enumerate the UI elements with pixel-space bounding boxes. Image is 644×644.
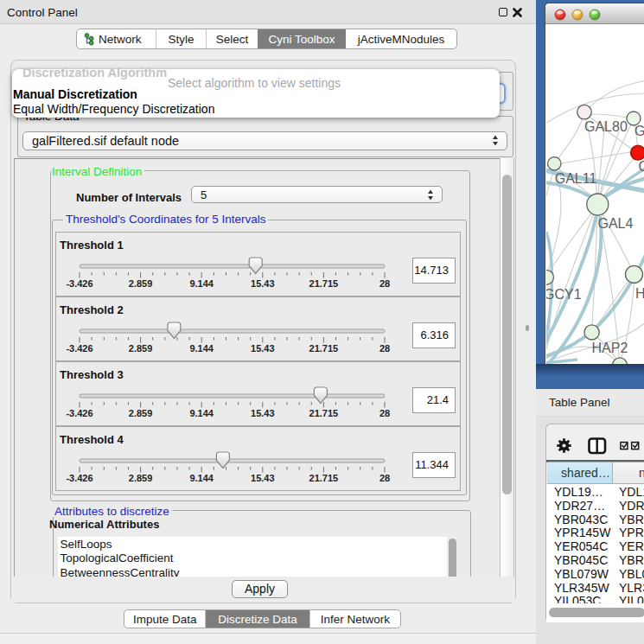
- svg-text:2.859: 2.859: [129, 343, 153, 354]
- svg-text:2.859: 2.859: [129, 408, 153, 418]
- svg-text:15.43: 15.43: [251, 473, 275, 483]
- svg-text:-3.426: -3.426: [66, 343, 92, 354]
- svg-text:CA: CA: [639, 159, 644, 174]
- svg-text:21.715: 21.715: [309, 473, 339, 483]
- svg-text:GAL11: GAL11: [555, 171, 597, 186]
- svg-text:15.43: 15.43: [251, 278, 275, 289]
- svg-text:GAL4: GAL4: [598, 216, 634, 231]
- svg-text:28: 28: [379, 343, 390, 354]
- svg-text:28: 28: [379, 278, 390, 289]
- svg-text:28: 28: [379, 473, 390, 483]
- svg-text:2.859: 2.859: [129, 473, 153, 483]
- svg-text:-3.426: -3.426: [66, 278, 92, 289]
- svg-text:9.144: 9.144: [189, 278, 214, 289]
- svg-text:HAP2: HAP2: [592, 341, 628, 355]
- svg-text:9.144: 9.144: [189, 473, 214, 483]
- svg-text:-3.426: -3.426: [66, 473, 92, 483]
- svg-text:9.144: 9.144: [189, 343, 214, 354]
- svg-text:21.715: 21.715: [309, 408, 339, 418]
- svg-text:GCY1: GCY1: [546, 287, 582, 302]
- svg-text:GAL7: GAL7: [634, 124, 644, 138]
- svg-text:HIS4: HIS4: [635, 286, 644, 301]
- svg-text:15.43: 15.43: [251, 343, 275, 354]
- svg-text:28: 28: [379, 408, 390, 418]
- svg-text:21.715: 21.715: [309, 278, 339, 289]
- svg-text:15.43: 15.43: [251, 408, 275, 418]
- svg-text:21.715: 21.715: [309, 343, 339, 354]
- svg-text:GAL80: GAL80: [584, 119, 628, 134]
- svg-text:2.859: 2.859: [129, 278, 153, 289]
- svg-text:9.144: 9.144: [189, 408, 214, 418]
- svg-text:-3.426: -3.426: [66, 408, 92, 418]
